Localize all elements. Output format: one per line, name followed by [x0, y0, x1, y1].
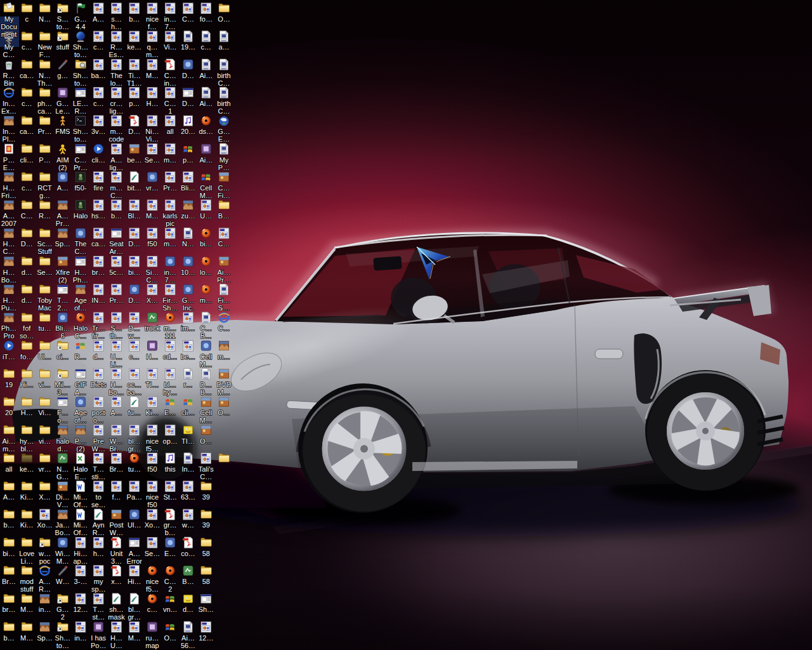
svg-text:Xo…: Xo…	[145, 521, 160, 529]
svg-text:F…: F…	[57, 409, 69, 416]
svg-text:ca…: ca…	[20, 72, 34, 79]
svg-text:c…: c…	[22, 100, 32, 107]
svg-text:C…: C…	[3, 248, 15, 255]
svg-text:Ayn: Ayn	[93, 521, 105, 529]
svg-text:T1…: T1…	[127, 79, 142, 87]
svg-text:D…: D…	[182, 100, 194, 107]
svg-text:w…: w…	[38, 550, 51, 557]
svg-text:fire: fire	[94, 184, 103, 192]
svg-text:c…: c…	[147, 606, 158, 613]
svg-text:M…: M…	[56, 557, 69, 565]
svg-text:o…: o…	[57, 416, 68, 424]
svg-text:IN…: IN…	[91, 296, 105, 304]
svg-text:Sh…: Sh…	[55, 634, 70, 642]
svg-text:2007: 2007	[1, 220, 16, 227]
svg-text:In…: In…	[181, 465, 194, 473]
svg-text:TI…: TI…	[146, 381, 159, 388]
svg-text:lig…: lig…	[109, 107, 123, 115]
svg-text:12…: 12…	[73, 606, 88, 613]
svg-text:m…: m…	[164, 240, 176, 248]
svg-text:d…: d…	[22, 296, 32, 304]
svg-text:H…: H…	[110, 634, 122, 642]
svg-text:Age: Age	[74, 296, 87, 304]
svg-text:T…: T…	[57, 296, 69, 304]
svg-text:H…: H…	[110, 381, 122, 388]
svg-text:3v…: 3v…	[91, 128, 106, 135]
svg-text:im…: im…	[181, 324, 195, 332]
svg-text:f50: f50	[147, 240, 157, 248]
svg-text:Sh…: Sh…	[73, 128, 88, 135]
svg-text:A…: A…	[39, 578, 50, 585]
svg-text:gr…: gr…	[164, 521, 177, 529]
svg-text:Ph…: Ph…	[73, 276, 88, 284]
svg-text:s…: s…	[111, 15, 122, 23]
svg-text:63…: 63…	[181, 493, 195, 501]
svg-text:lo…: lo…	[110, 79, 123, 87]
svg-text:Pre: Pre	[93, 437, 104, 445]
svg-text:in…: in…	[164, 79, 176, 87]
svg-text:vi…: vi…	[39, 381, 51, 388]
svg-text:1: 1	[168, 107, 172, 115]
svg-text:Sh…: Sh…	[73, 43, 88, 51]
svg-text:in…: in…	[164, 269, 176, 276]
svg-text:R…: R…	[39, 585, 51, 593]
svg-text:g…: g…	[57, 72, 68, 79]
svg-text:U…: U…	[110, 353, 122, 361]
svg-text:H…: H…	[3, 296, 15, 304]
svg-text:Bli…: Bli…	[55, 324, 70, 332]
svg-text:My: My	[219, 156, 229, 164]
svg-text:Pro: Pro	[3, 332, 14, 340]
svg-text:C…: C…	[218, 184, 230, 192]
svg-text:C…: C…	[218, 107, 230, 115]
svg-text:D…: D…	[200, 381, 212, 388]
svg-text:Ai…: Ai…	[199, 100, 213, 107]
svg-text:LE…: LE…	[73, 100, 88, 107]
svg-text:r…: r…	[183, 381, 193, 388]
svg-text:Toby: Toby	[37, 296, 53, 304]
svg-text:Fir…: Fir…	[162, 296, 178, 304]
svg-text:R…: R…	[75, 353, 87, 361]
svg-text:A…: A…	[3, 212, 15, 220]
svg-text:M…: M…	[128, 634, 141, 642]
svg-text:4.4: 4.4	[75, 23, 85, 30]
svg-text:c…: c…	[93, 100, 104, 107]
svg-text:fir…: fir…	[92, 332, 105, 340]
svg-text:B…: B…	[200, 332, 212, 340]
svg-text:2: 2	[61, 613, 65, 621]
svg-text:all: all	[167, 128, 174, 135]
svg-text:vn…: vn…	[163, 606, 178, 613]
svg-text:N…: N…	[182, 240, 194, 248]
svg-text:br…: br…	[3, 606, 16, 613]
svg-text:N…: N…	[56, 465, 69, 473]
svg-text:C…: C…	[75, 248, 87, 255]
svg-text:bl…: bl…	[128, 606, 141, 613]
svg-text:Vi…: Vi…	[146, 135, 159, 143]
svg-text:M…: M…	[200, 361, 213, 368]
svg-text:c…: c…	[93, 43, 104, 51]
svg-text:c…: c…	[201, 43, 212, 51]
svg-text:s: s	[7, 38, 11, 46]
svg-text:3…: 3…	[57, 388, 68, 396]
svg-text:Vi…: Vi…	[38, 409, 51, 416]
svg-text:ment: ment	[1, 30, 16, 38]
svg-text:bi…: bi…	[128, 269, 141, 276]
svg-text:be…: be…	[127, 156, 141, 164]
svg-text:D…: D…	[128, 128, 140, 135]
svg-text:Bo…: Bo…	[55, 529, 70, 536]
svg-text:p…: p…	[129, 100, 140, 107]
svg-text:fu…: fu…	[128, 409, 141, 416]
svg-text:Bo…: Bo…	[108, 388, 124, 396]
svg-text:Pr…: Pr…	[38, 128, 52, 135]
svg-text:Se…: Se…	[145, 156, 160, 164]
svg-text:U…: U…	[110, 642, 122, 649]
svg-text:G…: G…	[74, 15, 87, 23]
svg-text:Cell: Cell	[200, 353, 212, 361]
svg-text:E…: E…	[3, 164, 15, 171]
svg-text:Pa…: Pa…	[127, 493, 142, 501]
svg-text:C…: C…	[200, 324, 212, 332]
svg-text:In…: In…	[3, 128, 15, 135]
svg-text:D…: D…	[128, 296, 140, 304]
svg-text:m…: m…	[164, 324, 176, 332]
svg-text:Seat: Seat	[109, 240, 124, 248]
svg-text:so…: so…	[20, 332, 34, 340]
